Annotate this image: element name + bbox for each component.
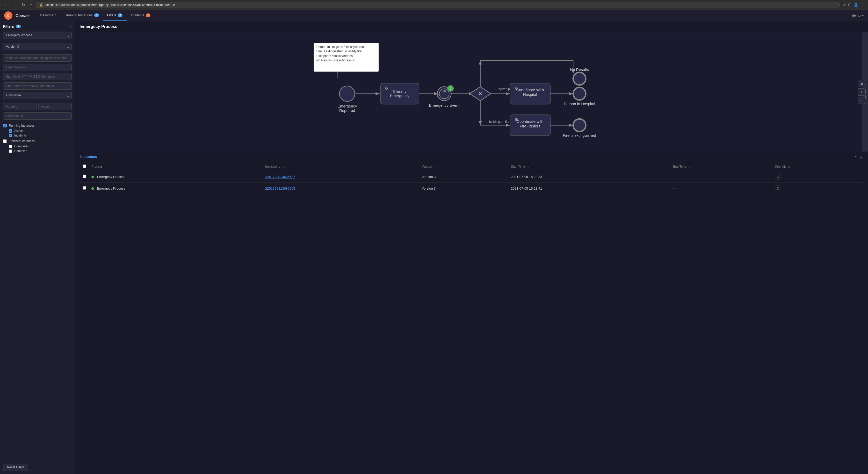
browser-icons: ☆ ⊞ 👤 ⋮ bbox=[842, 2, 865, 7]
gateway-x-icon: × bbox=[479, 90, 482, 97]
tooltip-line1: Person In Hospital: /classify/person bbox=[316, 45, 366, 49]
forward-button[interactable]: → bbox=[12, 2, 18, 8]
zoom-in-button[interactable]: + bbox=[858, 88, 865, 96]
row1-instance-link[interactable]: 2251799813685637 bbox=[265, 175, 295, 179]
fire-extinguished-label: Fire is extinguished bbox=[563, 134, 596, 138]
back-button[interactable]: ← bbox=[3, 2, 9, 8]
row1-cancel-button[interactable]: ⊘ bbox=[775, 174, 781, 180]
coordinate-fire-label2: FireFighters bbox=[520, 124, 540, 128]
row1-instance-id[interactable]: 2251799813685637 bbox=[262, 171, 419, 183]
canceled-checkbox[interactable] bbox=[9, 149, 12, 153]
active-checkbox[interactable] bbox=[9, 129, 12, 132]
col-end-time[interactable]: End Time ⌄ bbox=[671, 162, 772, 171]
collapse-sidebar-button[interactable]: ⟨⟨ bbox=[69, 24, 72, 29]
row2-checkbox[interactable] bbox=[83, 186, 86, 189]
row2-checkbox-cell[interactable] bbox=[80, 183, 89, 194]
finished-instances-checkbox-label[interactable]: Finished Instances bbox=[3, 139, 72, 143]
completed-checkbox[interactable] bbox=[9, 145, 12, 148]
start-date-input[interactable] bbox=[3, 73, 72, 80]
process-select-wrapper: Emergecy Process bbox=[3, 32, 72, 41]
running-instances-checkbox-label[interactable]: Running Instances bbox=[3, 124, 72, 127]
row2-status-dot bbox=[91, 187, 94, 190]
filters-badge: 2 bbox=[118, 13, 122, 17]
incidents-badge: 1 bbox=[146, 13, 150, 17]
value-input[interactable] bbox=[38, 103, 72, 110]
nav-running-instances[interactable]: Running Instances 3 bbox=[61, 10, 103, 21]
start-time-sort-icon: ⌄ bbox=[527, 165, 530, 168]
running-instances-checkbox[interactable] bbox=[3, 124, 7, 127]
variable-input[interactable] bbox=[3, 103, 37, 110]
classify-emergency-label: Classify bbox=[393, 89, 407, 93]
select-all-header[interactable] bbox=[80, 162, 89, 171]
row1-start-time: 2021-07-05 15:23:33 bbox=[508, 171, 671, 183]
nav-dashboard[interactable]: Dashboard bbox=[36, 10, 61, 21]
expand-instances-button[interactable]: ✕ bbox=[860, 155, 863, 160]
error-message-input[interactable] bbox=[3, 64, 72, 71]
sidebar-badge: 2 bbox=[16, 25, 21, 28]
row2-cancel-button[interactable]: ⊘ bbox=[775, 185, 781, 191]
bookmark-icon[interactable]: ☆ bbox=[842, 2, 846, 7]
address-bar[interactable]: 🔒 localhost:8080/instances?process=emerg… bbox=[36, 2, 840, 8]
coordinate-hospital-label: Coordinate With bbox=[516, 88, 544, 92]
row1-checkbox-cell[interactable] bbox=[80, 171, 89, 183]
tooltip-line3: Exception: /classify/retries bbox=[316, 54, 353, 58]
center-diagram-button[interactable]: ◎ bbox=[858, 80, 865, 87]
sidebar-footer: Reset Filters bbox=[3, 461, 72, 471]
process-sort-icon: ⌄ bbox=[104, 165, 107, 168]
profile-icon[interactable]: 👤 bbox=[854, 2, 859, 7]
emergency-reported-label: Emergency bbox=[337, 104, 357, 108]
finished-instances-checkbox[interactable] bbox=[3, 139, 7, 143]
col-operations: Operations bbox=[772, 162, 863, 171]
operation-id-input[interactable] bbox=[3, 112, 72, 120]
zoom-out-button[interactable]: − bbox=[858, 97, 865, 104]
row1-checkbox[interactable] bbox=[83, 175, 86, 178]
checkbox-section: Running Instances Active Incidents Finis… bbox=[3, 124, 72, 154]
diagram-container: Person In Hospital: /classify/person Fir… bbox=[75, 32, 868, 151]
col-start-time[interactable]: Start Time ⌄ bbox=[508, 162, 671, 171]
flow-node-select-wrapper: Flow Node bbox=[3, 92, 72, 101]
instance-id-sort-icon: ⌄ bbox=[282, 165, 285, 168]
incidents-checkbox-label[interactable]: Incidents bbox=[9, 134, 72, 137]
version-sort-icon: ⌄ bbox=[434, 165, 437, 168]
event-badge-text: 2 bbox=[450, 87, 451, 91]
flow-node-select[interactable]: Flow Node bbox=[3, 92, 72, 99]
menu-icon[interactable]: ⋮ bbox=[861, 2, 865, 7]
row2-start-time: 2021-07-05 15:23:41 bbox=[508, 183, 671, 194]
nav-bar: Dashboard Running Instances 3 Filters 2 … bbox=[36, 10, 155, 21]
sidebar-title: Filters 2 bbox=[3, 24, 21, 29]
app-title: Operate bbox=[16, 13, 30, 18]
row1-process: Emergecy Process bbox=[89, 171, 262, 183]
nav-filters[interactable]: Filters 2 bbox=[103, 10, 127, 21]
active-checkbox-label[interactable]: Active bbox=[9, 129, 72, 132]
reset-filters-button[interactable]: Reset Filters bbox=[3, 464, 28, 471]
row2-instance-id[interactable]: 2251799813685653 bbox=[262, 183, 419, 194]
col-instance-id[interactable]: Instance Id ⌄ bbox=[262, 162, 419, 171]
envelope-icon: ✉ bbox=[442, 88, 446, 93]
collapse-instances-button[interactable]: ⌃ bbox=[854, 155, 857, 160]
row2-process: Emergecy Process bbox=[89, 183, 262, 194]
col-version[interactable]: Version ⌄ bbox=[419, 162, 508, 171]
instances-table-body: Emergecy Process 2251799813685637 Versio… bbox=[80, 171, 863, 194]
instance-ids-input[interactable] bbox=[3, 54, 72, 62]
row2-operations: ⊘ bbox=[772, 183, 863, 194]
main-layout: Filters 2 ⟨⟨ Emergecy Process Version 3 … bbox=[0, 21, 868, 474]
url-text: localhost:8080/instances?process=emergen… bbox=[45, 3, 175, 7]
completed-checkbox-label[interactable]: Completed bbox=[9, 145, 72, 148]
reload-button[interactable]: ↻ bbox=[21, 2, 26, 8]
user-menu[interactable]: demo ▾ bbox=[852, 13, 864, 17]
canceled-checkbox-label[interactable]: Canceled bbox=[9, 149, 72, 153]
extensions-icon[interactable]: ⊞ bbox=[848, 2, 851, 7]
process-select[interactable]: Emergecy Process bbox=[3, 32, 72, 39]
col-process[interactable]: Process ⌄ bbox=[89, 162, 262, 171]
incidents-checkbox[interactable] bbox=[9, 134, 12, 137]
row1-end-time: -- bbox=[671, 171, 772, 183]
home-button[interactable]: ⌂ bbox=[29, 2, 33, 8]
building-on-fire-label: building on fire bbox=[489, 120, 509, 123]
row2-instance-link[interactable]: 2251799813685653 bbox=[265, 186, 295, 190]
instances-title: Instances bbox=[80, 155, 97, 160]
no-results-end-event bbox=[573, 72, 586, 85]
end-date-input[interactable] bbox=[3, 82, 72, 90]
version-select[interactable]: Version 3 Version 2 Version 1 bbox=[3, 43, 72, 50]
nav-incidents[interactable]: Incidents 1 bbox=[127, 10, 155, 21]
select-all-checkbox[interactable] bbox=[83, 165, 86, 168]
